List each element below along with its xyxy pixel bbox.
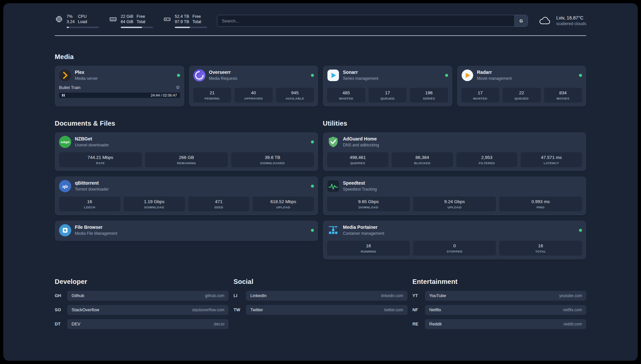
service-card-overseerr[interactable]: Overseerr Media Requests 21 PENDING 40 A… — [189, 66, 319, 106]
bookmark-dev: DT DEV dev.to — [55, 319, 229, 329]
stat-value: 16 — [501, 243, 581, 248]
bookmark-list: LI LinkedIn linkedin.com TW Twitter twit… — [233, 291, 407, 315]
bookmark-netflix: NF Netflix netflix.com — [412, 305, 586, 315]
dashboard: 7% 3.24 CPU Load — [3, 3, 638, 361]
service-card-radarr[interactable]: Radarr Movie management 17 WANTED 22 QUE… — [457, 66, 587, 106]
service-card-nzbget[interactable]: nzbget NZBGet Usenet downloader 744.21 M… — [55, 132, 318, 171]
card-header: Overseerr Media Requests — [193, 69, 314, 81]
status-dot — [311, 74, 314, 77]
cpu-labels: CPU Load — [78, 14, 87, 25]
service-card-qbittorrent[interactable]: qb qBittorrent Torrent downloader 16 LEE… — [55, 176, 318, 215]
section-documents: Documents & Files nzbget NZBGet U — [55, 120, 318, 259]
stat-label: RUNNING — [328, 250, 409, 253]
bookmarks-row: Developer GH Github github.com SO StackO… — [55, 278, 586, 329]
service-card-portainer[interactable]: Media Portainer Container management 16 … — [323, 221, 586, 259]
cpu-values: 7% 3.24 — [67, 14, 75, 25]
radarr-stats: 17 WANTED 22 QUEUED 834 MOVIES — [461, 83, 582, 103]
service-name: NZBGet — [75, 136, 109, 142]
stat-label: QUEUED — [504, 97, 539, 100]
stat-wanted: 485 WANTED — [327, 88, 365, 103]
bookmark-github: GH Github github.com — [55, 291, 229, 301]
pause-button[interactable] — [59, 93, 68, 98]
service-subtitle: Speedtest Tracking — [343, 187, 377, 192]
service-card-adguard[interactable]: AdGuard Home DNS and adblocking 498,461 … — [323, 132, 586, 171]
status-dot — [311, 185, 314, 188]
gear-icon[interactable]: ⚙ — [176, 85, 180, 90]
stat-value: 485 — [328, 90, 364, 95]
stat-value: 945 — [277, 90, 313, 95]
service-name: Radarr — [477, 70, 512, 75]
topbar-divider — [55, 35, 586, 36]
stat-value: 196 — [411, 90, 447, 95]
service-card-plex[interactable]: Plex Media server Bullet Train ⚙ — [55, 66, 184, 106]
stat-value: 266 GB — [146, 155, 227, 160]
bookmark-link[interactable]: Netflix netflix.com — [425, 305, 586, 315]
bookmark-stackoverflow: SO StackOverflow stackoverflow.com — [55, 305, 229, 315]
bookmark-link[interactable]: Reddit reddit.com — [425, 319, 586, 329]
disk-free-value: 52.4 TB — [175, 14, 189, 19]
service-card-filebrowser[interactable]: File Browser Media File Management — [55, 221, 318, 241]
bookmark-link[interactable]: DEV dev.to — [67, 319, 229, 329]
section-media: Media Plex Media server — [55, 53, 586, 106]
service-subtitle: Container management — [343, 231, 384, 236]
nzbget-icon: nzbget — [59, 136, 71, 148]
plex-player: 24:44 / 02:06:47 — [59, 93, 180, 98]
service-name: Speedtest — [343, 180, 377, 186]
stat-label: UPLOAD — [254, 205, 313, 209]
stat-value: 16 — [328, 243, 409, 248]
service-card-sonarr[interactable]: Sonarr Series management 485 WANTED 17 Q… — [323, 66, 452, 106]
search-input[interactable] — [217, 15, 514, 26]
card-header: AdGuard Home DNS and adblocking — [327, 136, 582, 148]
card-header: Sonarr Series management — [327, 69, 448, 81]
radarr-icon — [461, 69, 473, 81]
status-dot — [579, 74, 582, 77]
stat-label: SEED — [190, 205, 248, 209]
stat-approved: 40 APPROVED — [234, 88, 273, 103]
section-title-developer: Developer — [55, 278, 229, 286]
bookmark-reddit: RE Reddit reddit.com — [412, 319, 586, 329]
cpu-percent: 7% — [67, 14, 75, 19]
stat-available: 945 AVAILABLE — [276, 88, 314, 103]
bookmark-link[interactable]: Github github.com — [67, 291, 229, 301]
svg-text:qb: qb — [62, 184, 68, 189]
bookmark-twitter: TW Twitter twitter.com — [233, 305, 407, 315]
stat-value: 9.65 Gbps — [328, 199, 409, 204]
stat-queued: 17 QUEUED — [369, 88, 407, 103]
top-bar: 7% 3.24 CPU Load — [55, 14, 586, 28]
stat-label: QUEUED — [370, 97, 406, 100]
bookmark-link[interactable]: YouTube youtube.com — [425, 291, 586, 301]
stat-label: WANTED — [328, 97, 364, 100]
stat-label: TOTAL — [501, 250, 581, 253]
filebrowser-icon — [59, 224, 71, 236]
stat-pending: 21 PENDING — [193, 88, 231, 103]
documents-stack: nzbget NZBGet Usenet downloader 744.21 M… — [55, 132, 318, 241]
stat-value: 47.571 ms — [522, 155, 581, 160]
service-name: AdGuard Home — [343, 136, 379, 142]
stat-value: 16 — [60, 199, 119, 204]
bookmark-link[interactable]: LinkedIn linkedin.com — [246, 291, 407, 301]
ram-widget-main: 22 GiB 64 GiB Free Total — [109, 14, 153, 25]
playback-time: 24:44 / 02:06:47 — [151, 93, 177, 98]
ram-free-value: 22 GiB — [121, 14, 133, 19]
service-subtitle: Media Requests — [209, 76, 238, 81]
search-provider-button[interactable]: G — [514, 15, 528, 26]
card-titles: Media Portainer Container management — [343, 225, 384, 236]
stat-download: 9.65 Gbps DOWNLOAD — [327, 197, 410, 211]
sonarr-icon — [327, 69, 339, 81]
bookmark-link[interactable]: Twitter twitter.com — [246, 305, 407, 315]
ram-total-value: 64 GiB — [121, 19, 133, 24]
stat-value: 0 — [414, 243, 495, 248]
service-card-speedtest[interactable]: Speedtest Speedtest Tracking 9.65 Gbps D… — [323, 176, 586, 215]
bookmark-name: StackOverflow — [72, 307, 99, 312]
bookmark-abbr: YT — [412, 293, 425, 298]
section-title-utilities: Utilities — [323, 120, 586, 127]
cpu-load-value: 3.24 — [67, 19, 75, 24]
card-titles: qBittorrent Torrent downloader — [75, 180, 109, 192]
bookmark-group-developer: Developer GH Github github.com SO StackO… — [55, 278, 229, 329]
card-titles: AdGuard Home DNS and adblocking — [343, 136, 379, 147]
bookmark-link[interactable]: StackOverflow stackoverflow.com — [67, 305, 229, 315]
bookmark-abbr: TW — [233, 307, 246, 312]
speedtest-icon — [327, 180, 339, 192]
bookmark-abbr: SO — [55, 307, 67, 312]
status-dot — [177, 74, 180, 77]
